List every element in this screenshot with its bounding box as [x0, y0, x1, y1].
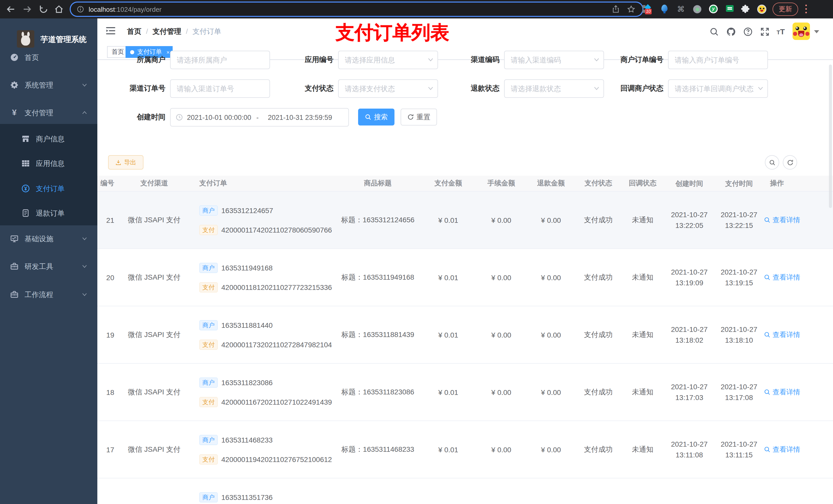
payorder-icon — [22, 184, 30, 193]
refresh-table-button[interactable] — [783, 155, 797, 170]
browser-back-icon[interactable] — [6, 5, 15, 14]
user-menu-caret-icon[interactable] — [814, 30, 819, 33]
date-end-value[interactable]: 2021-10-31 23:59:59 — [268, 114, 332, 121]
filter-input[interactable] — [170, 51, 270, 69]
chevron-up-icon — [82, 110, 87, 115]
filter-select[interactable] — [504, 51, 604, 69]
chevron-down-icon — [758, 86, 763, 91]
goods-title: 标题：1635312124656 — [341, 215, 414, 224]
address-bar[interactable]: localhost:1024/pay/order — [71, 3, 642, 16]
breadcrumb-item[interactable]: 首页 — [127, 27, 141, 35]
help-icon[interactable] — [743, 27, 753, 37]
yen-icon: ¥ — [10, 109, 19, 117]
filter-field-8: 回调商户状态 — [596, 79, 768, 98]
filter-label: 应用编号 — [266, 55, 338, 65]
column-header-11: 支付时间 — [714, 178, 764, 189]
fee-amount: ¥ 0.00 — [491, 331, 511, 339]
filter-select[interactable] — [338, 79, 438, 98]
fee-amount: ¥ 0.00 — [491, 388, 511, 396]
view-detail-link[interactable]: 查看详情 — [764, 215, 800, 224]
user-avatar[interactable] — [792, 23, 810, 40]
font-size-icon[interactable]: TT — [777, 27, 789, 37]
goods-title: 标题：1635311949168 — [341, 273, 414, 282]
sidebar-item-2[interactable]: 系统管理 — [0, 74, 97, 96]
pay-tag: 支付 — [199, 224, 218, 235]
extension-balloon-icon[interactable] — [660, 5, 669, 14]
order-id: 18 — [106, 388, 114, 396]
filter-input[interactable] — [170, 79, 270, 98]
extension-recorder-icon[interactable] — [693, 5, 702, 14]
share-icon[interactable] — [612, 5, 620, 13]
create-time: 13:19:09 — [675, 278, 704, 288]
extension-chat-icon[interactable] — [725, 5, 735, 14]
column-header-10: 创建时间 — [664, 178, 714, 189]
merchant-tag: 商户 — [199, 320, 218, 330]
column-header-2: 支付渠道 — [116, 179, 192, 188]
pay-amount: ¥ 0.01 — [438, 446, 458, 454]
sidebar-item-6[interactable]: 支付订单 — [0, 177, 97, 200]
gear-icon — [10, 81, 19, 89]
merchant-order-line: 商户 1635311949168 — [199, 262, 272, 273]
date-range-input[interactable]: 2021-10-01 00:00:00 - 2021-10-31 23:59:5… — [170, 108, 349, 126]
sidebar-item-label: 支付管理 — [25, 109, 53, 117]
browser-forward-icon[interactable] — [23, 5, 32, 14]
filter-select[interactable] — [668, 79, 768, 98]
dashboard-icon — [10, 53, 19, 62]
extension-command-icon[interactable]: ⌘ — [676, 5, 686, 14]
channel-pay-no: 4200001181202110277723215336 — [221, 283, 332, 291]
reset-button[interactable]: 重置 — [401, 109, 437, 125]
vertical-scrollbar[interactable] — [829, 65, 832, 208]
pay-time: 13:11:15 — [725, 450, 753, 460]
order-id: 20 — [106, 273, 114, 282]
goods-title: 标题：1635311881439 — [341, 330, 414, 339]
sidebar-item-4[interactable]: 商户信息 — [0, 127, 97, 150]
browser-profile-avatar[interactable] — [757, 5, 766, 14]
sidebar-item-label: 研发工具 — [25, 262, 53, 270]
pay-status: 支付成功 — [584, 330, 613, 339]
breadcrumb-item[interactable]: 支付管理 — [153, 27, 181, 35]
goods-title: 标题：1635311823086 — [341, 387, 414, 397]
merchant-order-line: 商户 1635311351736 — [199, 492, 272, 502]
sidebar-item-5[interactable]: 应用信息 — [0, 152, 97, 175]
breadcrumb-separator: / — [146, 27, 148, 35]
browser-reload-icon[interactable] — [39, 5, 48, 14]
table-body: 21 微信 JSAPI 支付 商户 1635312124657 支付 42000… — [97, 192, 833, 504]
bookmark-star-icon[interactable] — [627, 5, 635, 13]
sidebar-toggle-icon[interactable] — [106, 27, 115, 35]
sidebar-item-label: 支付订单 — [36, 184, 65, 193]
view-detail-link[interactable]: 查看详情 — [764, 387, 800, 397]
view-detail-link[interactable]: 查看详情 — [764, 273, 800, 282]
github-icon[interactable] — [727, 27, 736, 37]
sidebar-item-10[interactable]: 工作流程 — [0, 283, 97, 306]
filter-select[interactable] — [504, 79, 604, 98]
channel-pay-line: 支付 4200001167202110271022491439 — [199, 397, 332, 407]
refund-amount: ¥ 0.00 — [541, 331, 561, 339]
column-header-9: 回调状态 — [621, 179, 664, 188]
filter-select[interactable] — [338, 51, 438, 69]
sidebar-item-9[interactable]: 研发工具 — [0, 255, 97, 278]
sidebar-item-7[interactable]: 退款订单 — [0, 202, 97, 224]
sidebar-item-3[interactable]: ¥支付管理 — [0, 101, 97, 124]
extension-diamond-icon[interactable]: 10 — [642, 5, 652, 14]
pay-tag: 支付 — [199, 397, 218, 407]
site-info-icon[interactable] — [77, 6, 84, 13]
browser-menu-icon[interactable] — [805, 5, 807, 14]
date-start-value[interactable]: 2021-10-01 00:00:00 — [187, 114, 251, 121]
url-text[interactable]: localhost:1024/pay/order — [89, 5, 612, 13]
browser-update-button[interactable]: 更新 — [772, 3, 798, 16]
pay-time: 13:18:10 — [725, 335, 753, 345]
export-button[interactable]: 导出 — [108, 155, 143, 170]
extensions-puzzle-icon[interactable] — [741, 5, 750, 14]
fullscreen-icon[interactable] — [760, 27, 769, 37]
header-search-icon[interactable] — [710, 27, 719, 37]
sidebar-item-1[interactable]: 首页 — [0, 46, 97, 69]
toggle-search-button[interactable] — [765, 155, 779, 170]
sidebar-item-8[interactable]: 基础设施 — [0, 227, 97, 250]
view-detail-link[interactable]: 查看详情 — [764, 330, 800, 339]
view-detail-link[interactable]: 查看详情 — [764, 445, 800, 454]
order-id: 17 — [106, 446, 114, 454]
extension-y-icon[interactable]: y — [709, 5, 718, 14]
search-button[interactable]: 搜索 — [358, 109, 395, 125]
filter-input[interactable] — [668, 51, 768, 69]
browser-home-icon[interactable] — [54, 5, 64, 14]
